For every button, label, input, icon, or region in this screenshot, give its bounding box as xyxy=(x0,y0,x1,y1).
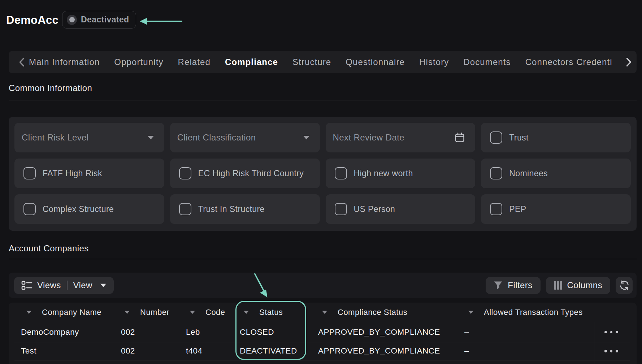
checkbox-label: US Person xyxy=(354,204,395,214)
account-companies-table: Company Name Number Code Status Complian… xyxy=(9,303,637,364)
row-actions-button[interactable] xyxy=(594,331,629,333)
status-dot-icon xyxy=(67,15,77,25)
checkbox-icon xyxy=(23,167,36,179)
checkbox-icon xyxy=(490,131,502,144)
cell-code: Leb xyxy=(186,328,200,337)
sort-caret-icon xyxy=(322,311,327,314)
checkbox-pep[interactable]: PEP xyxy=(481,194,631,224)
checkbox-label: PEP xyxy=(509,204,526,214)
row-divider xyxy=(14,360,630,360)
column-header-allowed-transaction-types[interactable]: Allowed Transaction Types xyxy=(468,303,604,322)
divider xyxy=(67,281,68,290)
column-header-number[interactable]: Number xyxy=(124,303,169,322)
tab-questionnaire[interactable]: Questionnaire xyxy=(346,57,405,67)
calendar-icon xyxy=(454,132,465,143)
cell-allowed-transaction-types: – xyxy=(464,328,469,337)
checkbox-trust-in-structure[interactable]: Trust In Structure xyxy=(170,194,320,224)
row-actions-button[interactable] xyxy=(594,350,629,352)
page-title: DemoAcc xyxy=(6,13,58,27)
chevron-down-icon xyxy=(100,283,107,287)
status-badge: Deactivated xyxy=(62,11,136,29)
chevron-right-icon xyxy=(626,57,632,67)
checkbox-label: Trust xyxy=(509,133,529,143)
checkbox-trust[interactable]: Trust xyxy=(481,123,631,152)
next-review-date-field[interactable]: Next Review Date xyxy=(326,123,476,152)
checkbox-high-new-worth[interactable]: High new worth xyxy=(326,159,476,188)
column-header-compliance-status[interactable]: Compliance Status xyxy=(322,303,407,322)
tab-main-information[interactable]: Main Information xyxy=(29,57,100,67)
column-header-label: Code xyxy=(205,308,225,317)
checkbox-fatf-high-risk[interactable]: FATF High Risk xyxy=(14,159,164,188)
column-header-company-name[interactable]: Company Name xyxy=(26,303,101,322)
section-title-common-information: Common Information xyxy=(9,83,92,93)
tabs-strip: Main Information Opportunity Related Com… xyxy=(29,57,637,67)
column-header-code[interactable]: Code xyxy=(190,303,230,322)
checkbox-icon xyxy=(490,203,502,215)
checkbox-icon xyxy=(23,203,36,215)
client-classification-select[interactable]: Client Classification xyxy=(170,123,320,152)
checkbox-ec-high-risk-third-country[interactable]: EC High Risk Third Country xyxy=(170,159,320,188)
checkbox-label: Trust In Structure xyxy=(198,204,265,214)
checkbox-icon xyxy=(179,203,191,215)
views-selector[interactable]: Views View xyxy=(14,277,114,294)
cell-number: 002 xyxy=(121,346,135,356)
column-header-label: Compliance Status xyxy=(338,308,407,317)
chevron-down-icon xyxy=(147,135,155,140)
cell-code: t404 xyxy=(186,346,202,356)
sort-caret-icon xyxy=(468,311,474,314)
column-header-label: Number xyxy=(140,308,169,317)
tab-connectors-credentials[interactable]: Connectors Credenti xyxy=(525,57,612,67)
checkbox-label: Complex Structure xyxy=(43,204,114,214)
checkbox-icon xyxy=(490,167,502,179)
refresh-icon xyxy=(619,280,630,291)
cell-compliance-status: APPROVED_BY_COMPLIANCE xyxy=(318,346,440,356)
table-row[interactable]: DemoCompany 002 Leb CLOSED APPROVED_BY_C… xyxy=(9,322,637,342)
sort-caret-icon xyxy=(26,311,32,314)
checkbox-label: Nominees xyxy=(509,169,548,178)
columns-label: Columns xyxy=(567,280,603,290)
tabs-scroll-right-button[interactable] xyxy=(624,51,632,73)
cell-compliance-status: APPROVED_BY_COMPLIANCE xyxy=(318,328,440,337)
tab-related[interactable]: Related xyxy=(178,57,211,67)
tab-history[interactable]: History xyxy=(419,57,449,67)
checkbox-label: FATF High Risk xyxy=(43,169,102,178)
table-row[interactable]: Test 002 t404 DEACTIVATED APPROVED_BY_CO… xyxy=(9,342,637,360)
filters-button[interactable]: Filters xyxy=(486,277,540,294)
tab-bar: Main Information Opportunity Related Com… xyxy=(9,51,637,73)
client-risk-level-select[interactable]: Client Risk Level xyxy=(14,123,164,152)
filter-funnel-icon xyxy=(494,281,503,290)
date-placeholder: Next Review Date xyxy=(333,133,454,143)
actions-column-divider xyxy=(594,322,594,364)
refresh-button[interactable] xyxy=(616,277,633,294)
tab-structure[interactable]: Structure xyxy=(292,57,331,67)
table-toolbar: Views View Filters Columns xyxy=(9,273,637,298)
tab-documents[interactable]: Documents xyxy=(463,57,511,67)
views-icon xyxy=(21,280,32,290)
checkbox-icon xyxy=(335,167,347,179)
columns-button[interactable]: Columns xyxy=(546,277,611,294)
current-view-label: View xyxy=(73,280,92,290)
cell-company-name: Test xyxy=(21,346,36,356)
tabs-scroll-left-button[interactable] xyxy=(19,57,25,67)
columns-icon xyxy=(554,281,562,290)
checkbox-icon xyxy=(335,203,347,215)
divider xyxy=(9,100,637,100)
column-header-label: Company Name xyxy=(42,308,101,317)
cell-allowed-transaction-types: – xyxy=(464,346,469,356)
select-placeholder: Client Risk Level xyxy=(22,133,147,143)
views-label: Views xyxy=(37,280,61,290)
column-header-label: Allowed Transaction Types xyxy=(484,308,583,317)
checkbox-us-person[interactable]: US Person xyxy=(326,194,476,224)
common-information-panel: Client Risk Level Client Classification … xyxy=(9,117,637,231)
cell-company-name: DemoCompany xyxy=(21,328,79,337)
tab-compliance[interactable]: Compliance xyxy=(225,57,278,67)
checkbox-complex-structure[interactable]: Complex Structure xyxy=(14,194,164,224)
select-placeholder: Client Classification xyxy=(177,133,303,143)
chevron-down-icon xyxy=(303,135,310,140)
status-badge-label: Deactivated xyxy=(81,15,129,25)
tab-opportunity[interactable]: Opportunity xyxy=(114,57,163,67)
divider xyxy=(9,259,637,259)
checkbox-nominees[interactable]: Nominees xyxy=(481,159,631,188)
filters-label: Filters xyxy=(508,280,532,290)
checkbox-label: High new worth xyxy=(354,169,413,178)
